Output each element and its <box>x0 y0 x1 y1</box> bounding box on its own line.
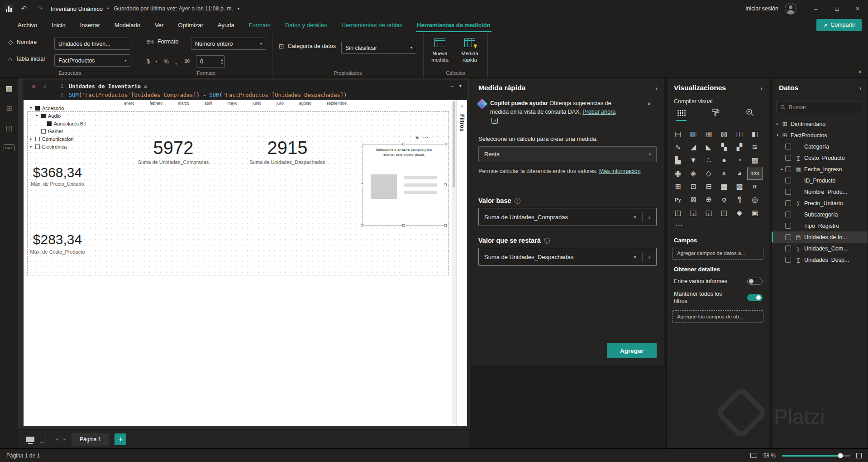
previous-page-icon[interactable]: ◂ <box>56 436 58 442</box>
data-field-unidades-compradas[interactable]: Unidades_Com... <box>772 243 868 254</box>
currency-format-button[interactable]: $▾ <box>147 58 157 65</box>
visual-icon-scatter-chart[interactable]: ∴ <box>701 154 716 167</box>
slicer-item[interactable]: Auriculares BT <box>41 120 86 127</box>
visual-icon-qa[interactable]: Q <box>716 193 732 206</box>
data-field-precio-unitario[interactable]: Precio_Unitario <box>772 197 868 209</box>
sign-in-button[interactable]: Iniciar sesión <box>745 5 778 12</box>
card-value-costo[interactable]: $283,34 <box>26 232 89 247</box>
visual-icon-decomposition-tree[interactable]: ⊕ <box>701 193 716 206</box>
field-checkbox[interactable] <box>785 245 791 251</box>
collapse-pane-icon[interactable]: › <box>760 85 763 92</box>
new-page-button[interactable]: + <box>114 433 126 445</box>
resize-handle[interactable] <box>444 143 447 145</box>
visual-icon-funnel-chart[interactable]: ▼ <box>686 154 701 167</box>
subtract-value-field-well[interactable]: Suma de Unidades_Despachadas × › <box>478 248 657 266</box>
slicer-checkbox[interactable] <box>35 144 40 149</box>
format-dropdown[interactable]: Número entero ▾ <box>191 38 266 50</box>
redo-icon[interactable]: ↷ <box>34 5 46 13</box>
resize-handle[interactable] <box>444 183 447 186</box>
ribbon-tab-modelado[interactable]: Modelado <box>108 19 147 31</box>
ribbon-tab-inicio[interactable]: Inicio <box>45 19 72 31</box>
field-checkbox[interactable] <box>785 144 791 149</box>
search-input[interactable] <box>789 104 859 111</box>
data-field-factproductos[interactable]: ▾FactProductos <box>772 130 868 141</box>
visual-icon-custom-visual-2[interactable]: ▣ <box>747 206 763 219</box>
formula-bar-expand-icon[interactable]: ▾ <box>459 83 462 89</box>
page-scrollbar[interactable] <box>452 101 456 424</box>
slicer-item[interactable]: ▸Electrónica <box>29 143 86 150</box>
formula-commit-icon[interactable]: ✓ <box>43 83 48 90</box>
expand-icon[interactable]: ▸ <box>29 137 33 141</box>
search-box[interactable] <box>776 101 863 113</box>
slicer-item[interactable]: ▾Accesorio <box>29 104 86 112</box>
field-checkbox[interactable] <box>785 166 791 172</box>
visual-icon-ribbon-chart[interactable]: ≋ <box>747 140 763 154</box>
expand-icon[interactable]: ▸ <box>779 167 785 171</box>
next-page-icon[interactable]: ▸ <box>64 436 67 442</box>
formula-bar[interactable]: × ✓ 1 Unidades de Inventario = 2 SUM('Fa… <box>24 81 467 100</box>
more-visuals-icon[interactable]: ... <box>676 221 683 227</box>
slicer-item[interactable]: ▸Comunicacion <box>29 135 86 143</box>
add-measure-button[interactable]: Agregar <box>607 343 657 358</box>
visual-icon-custom-visual-1[interactable]: ◆ <box>732 206 747 219</box>
formula-cancel-icon[interactable]: × <box>32 83 35 90</box>
ribbon-tab-archivo[interactable]: Archivo <box>11 19 44 31</box>
field-checkbox[interactable] <box>785 155 791 161</box>
close-button[interactable]: × <box>847 0 868 17</box>
visual-icon-slicer[interactable]: ⊟ <box>701 180 716 193</box>
share-button[interactable]: ↗ Compartir <box>816 19 862 31</box>
ribbon-tab-datos-y-detalles[interactable]: Datos y detalles <box>278 19 334 31</box>
visual-icon-filled-map[interactable]: ◈ <box>686 167 701 180</box>
analytics-tab[interactable] <box>744 106 755 118</box>
collapse-pane-icon[interactable]: › <box>859 85 861 92</box>
report-page[interactable]: enerofebreromarzoabrilmayojuniojulioagos… <box>24 81 467 426</box>
slicer-checkbox[interactable] <box>41 114 46 118</box>
page-tab[interactable]: Página 1 <box>72 433 109 446</box>
resize-handle[interactable] <box>361 224 363 227</box>
visual-icon-power-automate[interactable]: ◲ <box>701 206 716 219</box>
resize-handle[interactable] <box>361 143 363 145</box>
zoom-slider[interactable] <box>782 455 850 457</box>
data-field-unidades-despachadas[interactable]: Unidades_Desp... <box>772 254 868 265</box>
visual-icon-map[interactable]: ◉ <box>670 167 686 180</box>
decimal-places-stepper[interactable]: 0 ▴▾ <box>196 55 225 67</box>
ribbon-tab-ayuda[interactable]: Ayuda <box>211 19 241 31</box>
base-value-field-well[interactable]: Suma de Unidades_Compradas × › <box>478 208 657 226</box>
copilot-try-link[interactable]: Probar ahora <box>582 109 615 115</box>
visual-icon-key-influencers[interactable]: ⊠ <box>686 193 701 206</box>
data-field-tipo-registro[interactable]: Tipo_Registro <box>772 220 868 231</box>
visual-icon-area-chart[interactable]: ◢ <box>686 140 701 154</box>
format-visual-tab[interactable] <box>710 106 721 118</box>
expand-icon[interactable]: ▸ <box>29 144 33 149</box>
visual-icon-power-apps[interactable]: ◱ <box>686 206 701 219</box>
expand-icon[interactable]: ▸ <box>774 122 781 126</box>
visual-icon-donut-chart[interactable]: ◔ <box>732 154 747 167</box>
data-field-unidades-de-inventario[interactable]: Unidades de In... <box>772 231 868 243</box>
visual-icon-stacked-column-chart[interactable]: ▥ <box>686 127 701 140</box>
ribbon-tab-optimizar[interactable]: Optimizar <box>171 19 210 31</box>
learn-more-link[interactable]: Más información <box>599 168 641 174</box>
data-field-subcategoria[interactable]: Subcategoría <box>772 209 868 220</box>
visual-icon-100-stacked-column-chart[interactable]: ◧ <box>747 127 763 140</box>
fullscreen-icon[interactable] <box>856 453 862 458</box>
visual-icon-r-script[interactable]: R <box>747 180 763 193</box>
new-measure-button[interactable]: Nueva medida <box>427 38 453 63</box>
slicer-checkbox[interactable] <box>35 106 40 111</box>
quick-measure-button[interactable]: Medida rápida <box>457 38 482 63</box>
visual-icon-line-stacked-column-chart[interactable]: ▚ <box>716 140 732 154</box>
slicer-checkbox[interactable] <box>47 121 52 126</box>
title-chevron-icon[interactable]: ▾ <box>238 6 240 11</box>
data-field-costo-producto[interactable]: Costo_Producto <box>772 152 868 164</box>
visual-icon-pie-chart[interactable]: ● <box>716 154 732 167</box>
table-view-button[interactable]: ⊞ <box>0 98 18 118</box>
category-slicer-visual[interactable]: ▾Accesorio▾AudioAuriculares BTGamer▸Comu… <box>29 104 86 150</box>
expand-icon[interactable]: ▾ <box>35 114 39 118</box>
expand-icon[interactable]: ▾ <box>774 133 781 137</box>
expand-filters-icon[interactable]: « <box>457 103 467 109</box>
visual-icon-waterfall-chart[interactable]: ▙ <box>670 154 686 167</box>
data-field-fecha-ingreso[interactable]: ▸Fecha_Ingreso <box>772 164 868 175</box>
visual-icon-gauge[interactable]: ◕ <box>732 167 747 180</box>
formula-bar-resize-icon[interactable]: – <box>451 83 453 89</box>
undo-icon[interactable]: ↶ <box>18 5 30 13</box>
visual-icon-azure-map[interactable]: A <box>716 167 732 180</box>
